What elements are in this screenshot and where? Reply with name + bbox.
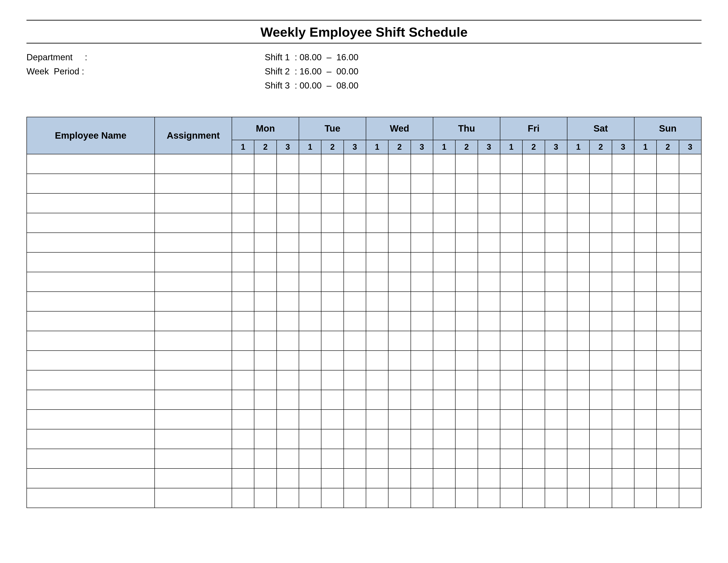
cell [27, 410, 155, 429]
cell [478, 272, 500, 292]
cell [299, 272, 321, 292]
cell [232, 213, 254, 233]
sub-thu-2: 2 [455, 140, 478, 154]
cell [344, 292, 366, 311]
cell [478, 469, 500, 488]
cell [27, 154, 155, 174]
cell [299, 429, 321, 449]
cell [679, 233, 701, 252]
sub-sat-2: 2 [589, 140, 612, 154]
cell [277, 233, 299, 252]
cell [589, 252, 612, 272]
shift-1-row: Shift 1 : 08.00 – 16.00 [265, 50, 358, 64]
cell [478, 213, 500, 233]
cell [388, 351, 411, 370]
cell [321, 292, 343, 311]
col-day-tue: Tue [299, 117, 366, 140]
cell [388, 272, 411, 292]
cell [478, 174, 500, 193]
cell [388, 233, 411, 252]
cell [277, 272, 299, 292]
cell [657, 311, 679, 331]
cell [522, 272, 545, 292]
cell [545, 233, 567, 252]
cell [366, 449, 388, 469]
sub-fri-1: 1 [500, 140, 522, 154]
cell [155, 213, 232, 233]
cell [366, 252, 388, 272]
cell [232, 193, 254, 213]
cell [522, 331, 545, 351]
cell [277, 311, 299, 331]
cell [612, 390, 634, 410]
cell [232, 331, 254, 351]
cell [679, 351, 701, 370]
cell [657, 429, 679, 449]
cell [679, 174, 701, 193]
cell [321, 469, 343, 488]
cell [411, 272, 433, 292]
cell [589, 410, 612, 429]
table-row [27, 311, 701, 331]
cell [254, 174, 276, 193]
cell [500, 233, 522, 252]
cell [27, 370, 155, 390]
cell [27, 272, 155, 292]
cell [612, 488, 634, 508]
cell [155, 370, 232, 390]
cell [277, 213, 299, 233]
department-row: Department : [26, 50, 265, 64]
cell [299, 370, 321, 390]
cell [657, 410, 679, 429]
cell [27, 429, 155, 449]
cell [522, 429, 545, 449]
cell [433, 252, 455, 272]
shift-2-label: Shift 2 [265, 66, 290, 76]
cell [500, 292, 522, 311]
cell [344, 154, 366, 174]
cell [545, 252, 567, 272]
cell [299, 331, 321, 351]
table-row [27, 390, 701, 410]
cell [545, 449, 567, 469]
cell [500, 351, 522, 370]
cell [299, 488, 321, 508]
cell [679, 311, 701, 331]
cell [522, 233, 545, 252]
cell [155, 272, 232, 292]
cell [411, 351, 433, 370]
cell [634, 351, 657, 370]
cell [657, 370, 679, 390]
cell [299, 449, 321, 469]
cell [478, 429, 500, 449]
cell [299, 390, 321, 410]
cell [679, 469, 701, 488]
cell [500, 174, 522, 193]
cell [344, 370, 366, 390]
cell [545, 174, 567, 193]
cell [254, 331, 276, 351]
cell [321, 311, 343, 331]
col-day-sun: Sun [634, 117, 701, 140]
cell [344, 488, 366, 508]
cell [254, 213, 276, 233]
cell [679, 193, 701, 213]
col-day-fri: Fri [500, 117, 567, 140]
cell [634, 469, 657, 488]
cell [299, 311, 321, 331]
cell [612, 292, 634, 311]
cell [388, 410, 411, 429]
cell [522, 154, 545, 174]
cell [155, 252, 232, 272]
cell [612, 410, 634, 429]
cell [455, 390, 478, 410]
cell [155, 331, 232, 351]
cell [634, 252, 657, 272]
cell [232, 351, 254, 370]
cell [411, 154, 433, 174]
cell [545, 410, 567, 429]
cell [612, 469, 634, 488]
cell [411, 174, 433, 193]
cell [27, 351, 155, 370]
cell [299, 213, 321, 233]
